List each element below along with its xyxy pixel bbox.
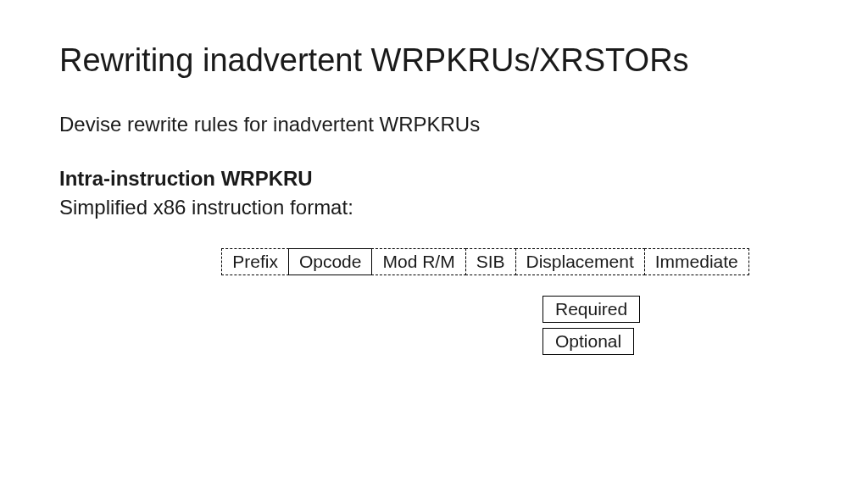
field-sib: SIB bbox=[465, 248, 516, 275]
slide-title: Rewriting inadvertent WRPKRUs/XRSTORs bbox=[59, 42, 809, 79]
section-heading: Intra-instruction WRPKRU bbox=[59, 167, 809, 191]
field-immediate: Immediate bbox=[644, 248, 749, 275]
field-modrm: Mod R/M bbox=[371, 248, 465, 275]
legend: Required Optional bbox=[542, 296, 809, 355]
instruction-format-row: Prefix Opcode Mod R/M SIB Displacement I… bbox=[59, 248, 809, 275]
format-label: Simplified x86 instruction format: bbox=[59, 196, 809, 219]
legend-optional: Optional bbox=[542, 328, 634, 355]
legend-required: Required bbox=[542, 296, 640, 323]
field-prefix: Prefix bbox=[221, 248, 289, 275]
intro-text: Devise rewrite rules for inadvertent WRP… bbox=[59, 113, 809, 136]
field-opcode: Opcode bbox=[288, 248, 373, 275]
field-displacement: Displacement bbox=[515, 248, 645, 275]
